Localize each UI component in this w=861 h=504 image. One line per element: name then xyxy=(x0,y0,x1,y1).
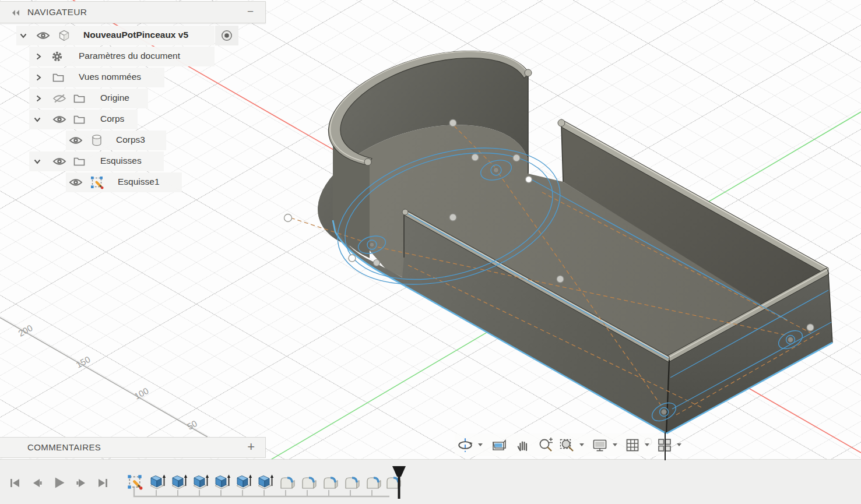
folder-icon xyxy=(73,157,85,166)
chevron-down-icon xyxy=(644,443,650,447)
tree-item-sketches[interactable]: Esquisses xyxy=(0,151,266,171)
look-at-tool-button[interactable] xyxy=(491,437,507,453)
pan-tool-button[interactable] xyxy=(515,437,531,453)
window-zoom-icon xyxy=(559,437,575,453)
tree-item-named-views[interactable]: Vues nommées xyxy=(0,68,266,87)
timeline-features xyxy=(128,475,400,490)
timeline-feature-fillet[interactable] xyxy=(367,478,381,488)
folder-icon xyxy=(73,115,85,124)
look-at-icon xyxy=(491,437,507,453)
timeline-feature-fillet[interactable] xyxy=(303,478,316,488)
navigator-title: NAVIGATEUR xyxy=(27,7,87,17)
zoom-tool-button[interactable] xyxy=(537,437,554,453)
visibility-eye-icon[interactable] xyxy=(69,136,83,145)
step-back-button[interactable] xyxy=(33,479,42,487)
display-settings-button[interactable] xyxy=(591,437,609,453)
timeline-feature-extrude[interactable] xyxy=(215,475,230,489)
tree-item-label: NouveauPotPinceaux v5 xyxy=(83,30,188,40)
timeline-feature-extrude[interactable] xyxy=(237,475,252,489)
tree-item-bodies[interactable]: Corps xyxy=(0,110,266,129)
folder-icon xyxy=(52,73,64,82)
grid-label-150: 150 xyxy=(74,354,92,370)
tree-item-label: Corps3 xyxy=(116,135,145,145)
timeline-playback-controls xyxy=(10,478,107,488)
grid-scale-labels: 200 150 100 50 xyxy=(16,323,198,432)
timeline-feature-sketch[interactable] xyxy=(128,475,142,489)
viewport-nav-toolbar xyxy=(455,433,667,456)
add-comment-button[interactable]: + xyxy=(247,439,255,454)
window-zoom-tool-button[interactable] xyxy=(559,437,575,453)
orbit-tool-button[interactable] xyxy=(456,436,474,454)
visibility-eye-icon[interactable] xyxy=(69,178,83,187)
navigator-header: NAVIGATEUR − xyxy=(0,1,266,23)
tree-item-corps3[interactable]: Corps3 xyxy=(0,131,266,150)
skip-to-start-button[interactable] xyxy=(10,479,19,487)
skip-to-end-button[interactable] xyxy=(99,479,107,487)
tree-item-label: Vues nommées xyxy=(79,72,141,82)
timeline-feature-extrude[interactable] xyxy=(172,475,187,489)
body-cylinder-icon xyxy=(92,135,102,146)
grid-edge-line xyxy=(0,318,208,437)
grid-settings-caret[interactable] xyxy=(644,443,650,447)
visibility-eye-icon[interactable] xyxy=(52,157,66,166)
pan-hand-icon xyxy=(515,437,531,453)
chevron-down-icon[interactable] xyxy=(33,157,42,166)
tree-item-origin[interactable]: Origine xyxy=(0,89,266,108)
chevron-down-icon[interactable] xyxy=(19,31,28,40)
tree-item-root-document[interactable]: NouveauPotPinceaux v5 xyxy=(0,26,266,45)
document-cube-icon xyxy=(58,30,70,41)
tree-item-label: Esquisse1 xyxy=(118,177,160,187)
timeline-feature-extrude[interactable] xyxy=(194,475,209,489)
active-component-radio[interactable] xyxy=(220,29,233,42)
monitor-icon xyxy=(591,437,609,453)
timeline-feature-fillet[interactable] xyxy=(324,478,338,488)
chevron-down-icon xyxy=(612,443,618,447)
chevron-right-icon[interactable] xyxy=(34,52,43,61)
tree-item-label: Corps xyxy=(100,114,124,124)
tree-item-label: Esquisses xyxy=(100,156,142,166)
timeline-feature-extrude[interactable] xyxy=(150,475,166,489)
tree-item-label: Paramètres du document xyxy=(79,51,180,61)
chevron-down-icon xyxy=(676,443,682,447)
chevron-right-icon[interactable] xyxy=(34,73,43,82)
folder-icon xyxy=(73,94,85,103)
window-zoom-dropdown-caret[interactable] xyxy=(579,443,585,447)
chevron-down-icon xyxy=(579,443,585,447)
timeline-feature-fillet[interactable] xyxy=(281,478,294,488)
orbit-dropdown-caret[interactable] xyxy=(477,443,483,447)
visibility-eye-icon[interactable] xyxy=(52,115,66,124)
zoom-magnifier-icon xyxy=(537,437,554,453)
grid-label-50: 50 xyxy=(185,418,199,432)
grid-label-100: 100 xyxy=(132,386,150,401)
step-forward-button[interactable] xyxy=(76,479,85,487)
timeline-feature-extrude[interactable] xyxy=(258,475,273,489)
orbit-icon xyxy=(456,436,474,454)
minimize-panel-button[interactable]: − xyxy=(247,5,254,18)
fusion-window: 200 150 100 50 xyxy=(0,0,861,504)
tree-item-label: Origine xyxy=(100,93,129,103)
tree-item-document-settings[interactable]: Paramètres du document xyxy=(0,47,266,66)
timeline-bar xyxy=(0,459,861,504)
sketch-icon xyxy=(90,175,104,189)
visibility-eye-off-icon[interactable] xyxy=(52,94,66,103)
comments-title: COMMENTAIRES xyxy=(27,442,101,452)
grid-settings-button[interactable] xyxy=(624,437,641,453)
timeline-ticks xyxy=(156,490,372,496)
chevron-right-icon[interactable] xyxy=(34,94,43,103)
display-settings-caret[interactable] xyxy=(612,443,618,447)
play-button[interactable] xyxy=(55,478,65,488)
chevron-down-icon[interactable] xyxy=(33,115,42,124)
model-corner-edge xyxy=(665,432,666,460)
tree-item-esquisse1[interactable]: Esquisse1 xyxy=(0,172,266,192)
comments-panel[interactable]: COMMENTAIRES + xyxy=(0,437,266,458)
viewports-caret[interactable] xyxy=(676,443,682,447)
gear-icon xyxy=(51,51,63,62)
timeline-feature-fillet[interactable] xyxy=(346,478,359,488)
model-corps3[interactable] xyxy=(318,51,832,433)
chevron-down-icon xyxy=(477,443,483,447)
grid-icon xyxy=(624,437,641,453)
visibility-eye-icon[interactable] xyxy=(36,31,50,40)
collapse-panel-icon[interactable] xyxy=(10,9,21,17)
